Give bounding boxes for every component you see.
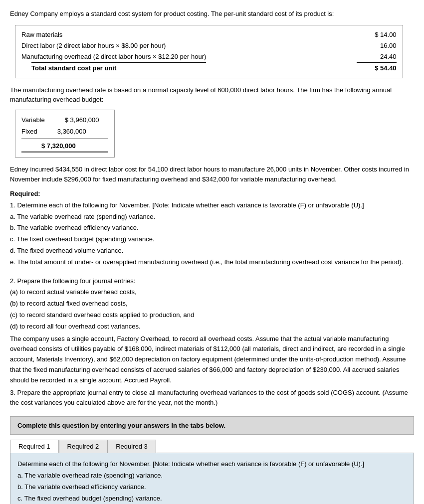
tab-required2[interactable]: Required 2 [59,440,108,453]
required2-item-1: (b) to record actual fixed overhead cost… [10,299,414,309]
cost-values: $ 14.00 16.00 24.40 $ 54.40 [357,29,397,74]
required3-cogs: 3. Prepare the appropriate journal entry… [10,388,414,409]
cost-labels: Raw materials Direct labor (2 direct lab… [21,29,206,74]
tab1-content: Determine each of the following for Nove… [10,453,414,504]
required-item-0: 1. Determine each of the following for N… [10,200,414,211]
fixed-value: 3,360,000 [57,126,86,137]
raw-materials-value: $ 14.00 [357,29,397,40]
overhead-budget-table: Variable $ 3,960,000 Fixed 3,360,000 $ 7… [15,110,115,158]
direct-labor-label: Direct labor (2 direct labor hours × $8.… [21,40,206,51]
situation-text: Edney incurred $434,550 in direct labor … [10,165,414,184]
cost-table: Raw materials Direct labor (2 direct lab… [15,25,403,78]
total-value: $ 54.40 [357,62,397,74]
required-section: Required: 1. Determine each of the follo… [10,189,414,408]
tab1-intro: Determine each of the following for Nove… [17,459,407,470]
required-item-1: a. The variable overhead rate (spending)… [10,212,414,222]
tabs-container: Required 1 Required 2 Required 3 [10,440,414,453]
tab-required1[interactable]: Required 1 [10,440,59,453]
overhead-variable-row: Variable $ 3,960,000 [21,114,108,126]
required2-detail: The company uses a single account, Facto… [10,334,414,386]
overhead-total-row: $ 7,320,000 [21,139,108,153]
tab-required3[interactable]: Required 3 [107,440,156,453]
required-item-4: d. The fixed overhead volume variance. [10,246,414,256]
mfg-overhead-label: Manufacturing overhead (2 direct labor h… [21,51,206,62]
variable-value: $ 3,960,000 [65,114,99,126]
tab1-item-c: c. The fixed overhead budget (spending) … [17,494,407,504]
total-label: Total standard cost per unit [31,62,206,74]
required2-intro: 2. Prepare the following four journal en… [10,276,414,287]
required2-item-3: (d) to record all four overhead cost var… [10,322,414,332]
variable-label: Variable [21,114,45,126]
required-item-2: b. The variable overhead efficiency vari… [10,223,414,233]
required-item-5: e. The total amount of under- or overapp… [10,257,414,268]
overhead-fixed-row: Fixed 3,360,000 [21,126,108,137]
required-label: Required: [10,189,414,199]
overhead-intro: The manufacturing overhead rate is based… [10,85,414,105]
fixed-label: Fixed [21,126,37,137]
intro-paragraph: Edney Company employs a standard cost sy… [10,9,414,19]
raw-materials-label: Raw materials [21,29,206,40]
mfg-overhead-value: 24.40 [357,51,397,62]
complete-box: Complete this question by entering your … [10,416,414,435]
required2-item-0: (a) to record actual variable overhead c… [10,287,414,298]
complete-box-text: Complete this question by entering your … [17,422,225,429]
direct-labor-value: 16.00 [357,40,397,51]
tab1-item-b: b. The variable overhead efficiency vari… [17,482,407,493]
overhead-total-value: $ 7,320,000 [41,140,76,152]
tab1-item-a: a. The variable overhead rate (spending)… [17,471,407,481]
required-item-3: c. The fixed overhead budget (spending) … [10,234,414,245]
required2-item-2: (c) to record standard overhead costs ap… [10,310,414,321]
